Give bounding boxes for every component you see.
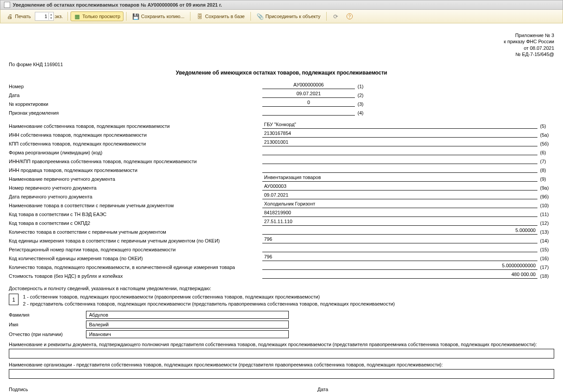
annex-line: от 08.07.2021 <box>9 45 554 51</box>
field-label: № корректировки <box>9 101 262 107</box>
name-row: Имя Валерий <box>9 321 554 329</box>
field-label: ИНН собственника товаров, подлежащих про… <box>9 132 262 138</box>
attach-button[interactable]: 📎 Присоединить к объекту <box>254 11 324 21</box>
field-number: (11) <box>537 212 554 217</box>
copies-suffix: экз. <box>55 14 63 19</box>
field-value[interactable]: Холодильник Горизонт <box>262 201 537 208</box>
field-value[interactable]: АУ000003 <box>262 183 537 190</box>
field-row: Код товара в соответствии с ТН ВЭД ЕАЭС8… <box>9 210 554 217</box>
field-number: (6) <box>537 150 554 155</box>
surname-value[interactable]: Абдулов <box>86 311 289 319</box>
field-value[interactable]: 5.00000000000 <box>262 263 537 270</box>
printer-icon: 🖨 <box>6 13 13 20</box>
field-number: (5а) <box>537 132 554 138</box>
confirm-choice-value[interactable]: 1 <box>9 294 19 305</box>
save-copy-button[interactable]: 💾 Сохранить копию... <box>129 11 187 21</box>
help-button[interactable]: ? <box>343 12 356 21</box>
field-value[interactable]: ГБУ "Конкорд" <box>262 122 537 129</box>
field-number: (5) <box>537 123 554 129</box>
window-title: Уведомление об остатках прослеживаемых т… <box>13 2 222 7</box>
field-row: Код количественной единицы измерения тов… <box>9 254 554 261</box>
field-value[interactable] <box>262 166 537 173</box>
field-value[interactable]: 8418219900 <box>262 210 537 217</box>
field-label: Номер <box>9 84 262 89</box>
field-value[interactable]: 09.07.2021 <box>262 91 355 98</box>
field-row: Стоимость товаров (без НДС) в рублях и к… <box>9 272 554 279</box>
field-row: Код единицы измерения товара в соответст… <box>9 236 554 243</box>
field-number: (5б) <box>537 141 554 146</box>
rep-org-label: Наименование организации - представителя… <box>9 362 554 367</box>
field-number: (18) <box>537 273 554 279</box>
field-row: Дата первичного учетного документа09.07.… <box>9 192 554 199</box>
refresh-icon: ⟳ <box>332 13 339 20</box>
save-icon: 💾 <box>132 13 139 20</box>
confirm-choice-block: 1 1 - собственник товаров, подлежащих пр… <box>9 294 554 307</box>
field-label: Наименование собственника товаров, подле… <box>9 123 262 129</box>
refresh-button[interactable]: ⟳ <box>329 11 343 21</box>
annex-block: Приложение № 3 к приказу ФНС России от 0… <box>9 32 554 57</box>
field-row: Регистрационный номер партии товара, под… <box>9 245 554 252</box>
field-number: (8) <box>537 168 554 173</box>
patronymic-row: Отчество (при наличии) Иванович <box>9 330 554 338</box>
sign-date-label: Дата <box>317 387 406 392</box>
rep-doc-value[interactable] <box>9 349 554 358</box>
copies-spinner[interactable]: ▲ ▼ <box>35 12 54 21</box>
field-row: Дата09.07.2021(2) <box>9 91 554 98</box>
field-value[interactable]: 2130167854 <box>262 131 537 138</box>
document-body: Приложение № 3 к приказу ФНС России от 0… <box>0 23 563 392</box>
field-value[interactable]: 480 000.00 <box>262 272 537 279</box>
field-value[interactable]: 796 <box>262 236 537 243</box>
save-db-label: Сохранить в базе <box>205 14 245 19</box>
field-value[interactable] <box>262 148 537 155</box>
field-row: Количество товара в соответствии с перви… <box>9 228 554 235</box>
field-value[interactable] <box>262 157 537 164</box>
paperclip-icon: 📎 <box>257 13 264 20</box>
patronymic-value[interactable]: Иванович <box>86 330 289 338</box>
field-label: Код единицы измерения товара в соответст… <box>9 238 262 243</box>
field-value[interactable]: АУ000000006 <box>262 82 355 89</box>
confirm-choice-1: 1 - собственник товаров, подлежащих прос… <box>23 294 554 300</box>
field-value[interactable] <box>262 108 355 116</box>
field-number: (16) <box>537 256 554 261</box>
spinner-up-icon[interactable]: ▲ <box>49 13 53 16</box>
surname-label: Фамилия <box>9 312 86 317</box>
save-db-button[interactable]: 🗄 Сохранить в базе <box>193 11 248 21</box>
print-button[interactable]: 🖨 Печать <box>3 11 34 21</box>
field-row: Наименование первичного учетного докумен… <box>9 175 554 182</box>
field-number: (14) <box>537 238 554 243</box>
view-only-button[interactable]: ▦ Только просмотр <box>71 11 123 21</box>
save-copy-label: Сохранить копию... <box>141 14 184 19</box>
copies-input[interactable] <box>35 12 48 20</box>
field-label: Количество товара, подлежащего прослежив… <box>9 265 262 270</box>
field-row: Наименование товара в соответствии с пер… <box>9 201 554 208</box>
confirm-choice-2: 2 - представитель собственника товаров, … <box>23 301 554 307</box>
field-row: Признак уведомления(4) <box>9 108 554 116</box>
field-value[interactable]: 213001001 <box>262 139 537 146</box>
rep-org-value[interactable] <box>9 369 554 379</box>
field-row: № корректировки0(3) <box>9 100 554 107</box>
patronymic-label: Отчество (при наличии) <box>9 332 86 337</box>
field-value[interactable]: 0 <box>262 100 355 107</box>
field-row: Номер первичного учетного документаАУ000… <box>9 183 554 190</box>
field-number: (9б) <box>537 194 554 199</box>
fields-table: НомерАУ000000006(1)Дата09.07.2021(2)№ ко… <box>9 82 554 279</box>
field-value[interactable]: Инвентаризация товаров <box>262 175 537 182</box>
print-label: Печать <box>15 14 31 19</box>
field-number: (7) <box>537 159 554 164</box>
field-value[interactable]: 5.000000 <box>262 228 537 235</box>
name-value[interactable]: Валерий <box>86 321 289 329</box>
rep-doc-label: Наименование и реквизиты документа, подт… <box>9 342 554 347</box>
field-number: (10) <box>537 203 554 208</box>
document-title: Уведомление об имеющихся остатках товаро… <box>9 70 554 76</box>
field-value[interactable]: 09.07.2021 <box>262 192 537 199</box>
field-value[interactable] <box>262 245 537 252</box>
annex-line: к приказу ФНС России <box>9 38 554 45</box>
field-label: Наименование товара в соответствии с пер… <box>9 203 262 208</box>
field-label: Дата первичного учетного документа <box>9 194 262 199</box>
spinner-down-icon[interactable]: ▼ <box>49 16 53 20</box>
field-label: ИНН продавца товаров, подлежащих прослеж… <box>9 168 262 173</box>
field-row: Количество товара, подлежащего прослежив… <box>9 263 554 270</box>
attach-label: Присоединить к объекту <box>265 14 321 19</box>
field-value[interactable]: 796 <box>262 254 537 261</box>
field-value[interactable]: 27.51.11.110 <box>262 219 537 226</box>
